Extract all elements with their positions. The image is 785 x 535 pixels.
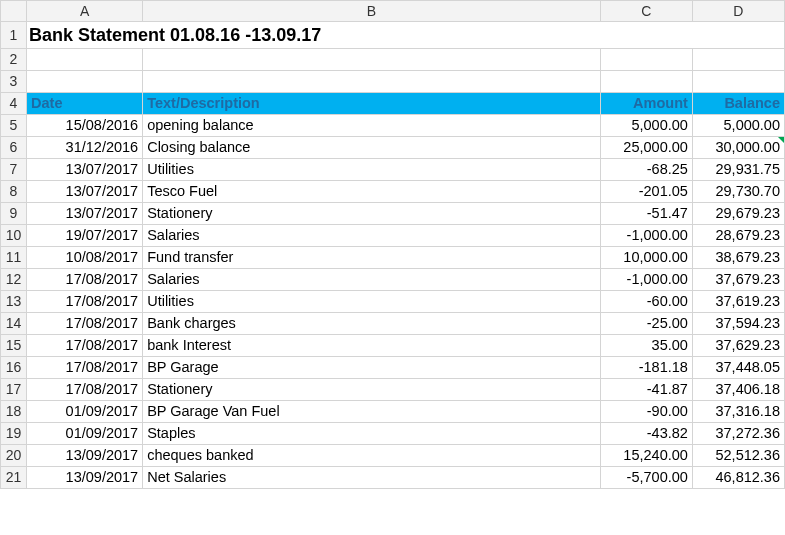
cell-amount[interactable]: 10,000.00: [600, 247, 692, 269]
cell-B2[interactable]: [143, 49, 601, 71]
cell-balance[interactable]: 37,629.23: [692, 335, 784, 357]
cell-date[interactable]: 13/09/2017: [27, 445, 143, 467]
cell-amount[interactable]: -181.18: [600, 357, 692, 379]
cell-balance[interactable]: 37,679.23: [692, 269, 784, 291]
cell-date[interactable]: 13/07/2017: [27, 159, 143, 181]
cell-description[interactable]: Salaries: [143, 269, 601, 291]
cell-date[interactable]: 17/08/2017: [27, 379, 143, 401]
cell-description[interactable]: Tesco Fuel: [143, 181, 601, 203]
row-header-9[interactable]: 9: [1, 203, 27, 225]
cell-balance[interactable]: 46,812.36: [692, 467, 784, 489]
cell-balance[interactable]: 5,000.00: [692, 115, 784, 137]
cell-amount[interactable]: 15,240.00: [600, 445, 692, 467]
header-date[interactable]: Date: [27, 93, 143, 115]
row-header-8[interactable]: 8: [1, 181, 27, 203]
col-header-A[interactable]: A: [27, 1, 143, 22]
row-header-5[interactable]: 5: [1, 115, 27, 137]
cell-date[interactable]: 13/07/2017: [27, 203, 143, 225]
cell-A1-title[interactable]: Bank Statement 01.08.16 -13.09.17: [27, 22, 785, 49]
cell-description[interactable]: Salaries: [143, 225, 601, 247]
cell-amount[interactable]: -1,000.00: [600, 225, 692, 247]
cell-date[interactable]: 01/09/2017: [27, 401, 143, 423]
row-header-14[interactable]: 14: [1, 313, 27, 335]
cell-description[interactable]: cheques banked: [143, 445, 601, 467]
cell-date[interactable]: 10/08/2017: [27, 247, 143, 269]
cell-balance[interactable]: 52,512.36: [692, 445, 784, 467]
cell-B3[interactable]: [143, 71, 601, 93]
cell-amount[interactable]: -43.82: [600, 423, 692, 445]
cell-amount[interactable]: -201.05: [600, 181, 692, 203]
row-header-17[interactable]: 17: [1, 379, 27, 401]
cell-date[interactable]: 13/07/2017: [27, 181, 143, 203]
col-header-C[interactable]: C: [600, 1, 692, 22]
cell-date[interactable]: 17/08/2017: [27, 291, 143, 313]
cell-D2[interactable]: [692, 49, 784, 71]
cell-amount[interactable]: -1,000.00: [600, 269, 692, 291]
row-header-21[interactable]: 21: [1, 467, 27, 489]
cell-C3[interactable]: [600, 71, 692, 93]
row-header-15[interactable]: 15: [1, 335, 27, 357]
cell-description[interactable]: Utilities: [143, 291, 601, 313]
row-header-11[interactable]: 11: [1, 247, 27, 269]
cell-balance[interactable]: 29,679.23: [692, 203, 784, 225]
cell-amount[interactable]: -5,700.00: [600, 467, 692, 489]
row-header-1[interactable]: 1: [1, 22, 27, 49]
row-header-6[interactable]: 6: [1, 137, 27, 159]
cell-date[interactable]: 19/07/2017: [27, 225, 143, 247]
row-header-18[interactable]: 18: [1, 401, 27, 423]
header-amount[interactable]: Amount: [600, 93, 692, 115]
cell-date[interactable]: 17/08/2017: [27, 269, 143, 291]
cell-balance[interactable]: 37,316.18: [692, 401, 784, 423]
row-header-19[interactable]: 19: [1, 423, 27, 445]
cell-date[interactable]: 17/08/2017: [27, 335, 143, 357]
cell-description[interactable]: BP Garage Van Fuel: [143, 401, 601, 423]
header-balance[interactable]: Balance: [692, 93, 784, 115]
row-header-3[interactable]: 3: [1, 71, 27, 93]
cell-amount[interactable]: -90.00: [600, 401, 692, 423]
row-header-4[interactable]: 4: [1, 93, 27, 115]
select-all-corner[interactable]: [1, 1, 27, 22]
cell-date[interactable]: 15/08/2016: [27, 115, 143, 137]
spreadsheet-grid[interactable]: A B C D 1Bank Statement 01.08.16 -13.09.…: [0, 0, 785, 489]
cell-amount[interactable]: 5,000.00: [600, 115, 692, 137]
cell-description[interactable]: Stationery: [143, 379, 601, 401]
cell-D3[interactable]: [692, 71, 784, 93]
cell-balance[interactable]: 37,448.05: [692, 357, 784, 379]
cell-balance[interactable]: 37,406.18: [692, 379, 784, 401]
cell-description[interactable]: Closing balance: [143, 137, 601, 159]
row-header-13[interactable]: 13: [1, 291, 27, 313]
cell-description[interactable]: BP Garage: [143, 357, 601, 379]
cell-amount[interactable]: -41.87: [600, 379, 692, 401]
cell-balance[interactable]: 30,000.00: [692, 137, 784, 159]
cell-C2[interactable]: [600, 49, 692, 71]
cell-description[interactable]: Staples: [143, 423, 601, 445]
cell-amount[interactable]: -25.00: [600, 313, 692, 335]
cell-amount[interactable]: 35.00: [600, 335, 692, 357]
cell-description[interactable]: opening balance: [143, 115, 601, 137]
cell-balance[interactable]: 37,594.23: [692, 313, 784, 335]
row-header-10[interactable]: 10: [1, 225, 27, 247]
cell-balance[interactable]: 29,931.75: [692, 159, 784, 181]
cell-balance[interactable]: 28,679.23: [692, 225, 784, 247]
row-header-7[interactable]: 7: [1, 159, 27, 181]
cell-date[interactable]: 17/08/2017: [27, 357, 143, 379]
cell-A2[interactable]: [27, 49, 143, 71]
cell-date[interactable]: 31/12/2016: [27, 137, 143, 159]
cell-description[interactable]: Fund transfer: [143, 247, 601, 269]
cell-date[interactable]: 13/09/2017: [27, 467, 143, 489]
cell-A3[interactable]: [27, 71, 143, 93]
cell-description[interactable]: Net Salaries: [143, 467, 601, 489]
cell-balance[interactable]: 37,619.23: [692, 291, 784, 313]
cell-amount[interactable]: 25,000.00: [600, 137, 692, 159]
col-header-B[interactable]: B: [143, 1, 601, 22]
row-header-20[interactable]: 20: [1, 445, 27, 467]
cell-date[interactable]: 01/09/2017: [27, 423, 143, 445]
cell-balance[interactable]: 38,679.23: [692, 247, 784, 269]
cell-date[interactable]: 17/08/2017: [27, 313, 143, 335]
row-header-2[interactable]: 2: [1, 49, 27, 71]
cell-amount[interactable]: -68.25: [600, 159, 692, 181]
cell-balance[interactable]: 29,730.70: [692, 181, 784, 203]
col-header-D[interactable]: D: [692, 1, 784, 22]
cell-description[interactable]: bank Interest: [143, 335, 601, 357]
row-header-12[interactable]: 12: [1, 269, 27, 291]
